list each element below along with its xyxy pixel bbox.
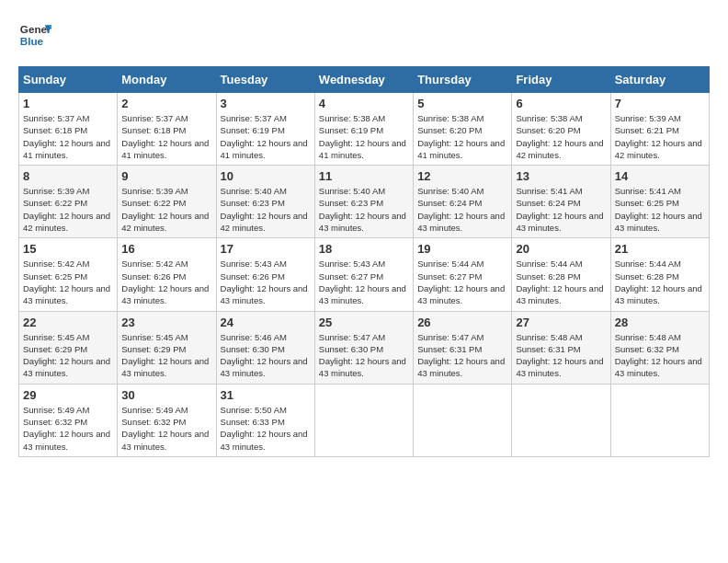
calendar-table: SundayMondayTuesdayWednesdayThursdayFrid… [18,66,710,457]
day-number: 16 [121,242,211,256]
day-info: Sunrise: 5:48 AM Sunset: 6:31 PM Dayligh… [516,331,606,380]
calendar-cell [512,384,610,456]
day-info: Sunrise: 5:38 AM Sunset: 6:19 PM Dayligh… [319,112,409,161]
day-number: 5 [417,97,507,110]
day-info: Sunrise: 5:45 AM Sunset: 6:29 PM Dayligh… [23,331,113,380]
calendar-cell: 10 Sunrise: 5:40 AM Sunset: 6:23 PM Dayl… [216,166,314,238]
calendar-week-3: 15 Sunrise: 5:42 AM Sunset: 6:25 PM Dayl… [19,238,710,311]
calendar-cell: 31 Sunrise: 5:50 AM Sunset: 6:33 PM Dayl… [216,384,314,456]
svg-text:Blue: Blue [20,35,44,47]
calendar-cell: 11 Sunrise: 5:40 AM Sunset: 6:23 PM Dayl… [314,166,413,238]
day-number: 9 [121,169,211,183]
day-number: 29 [23,388,113,402]
logo-icon: General Blue [18,18,51,52]
logo: General Blue [18,18,51,52]
calendar-cell: 9 Sunrise: 5:39 AM Sunset: 6:22 PM Dayli… [118,166,216,238]
day-number: 21 [615,242,705,256]
calendar-cell: 14 Sunrise: 5:41 AM Sunset: 6:25 PM Dayl… [610,166,709,238]
day-info: Sunrise: 5:41 AM Sunset: 6:25 PM Dayligh… [615,185,705,234]
calendar-cell: 3 Sunrise: 5:37 AM Sunset: 6:19 PM Dayli… [216,93,314,166]
calendar-cell: 18 Sunrise: 5:43 AM Sunset: 6:27 PM Dayl… [314,238,413,311]
calendar-cell: 20 Sunrise: 5:44 AM Sunset: 6:28 PM Dayl… [512,238,610,311]
calendar-cell: 8 Sunrise: 5:39 AM Sunset: 6:22 PM Dayli… [19,166,118,238]
day-number: 27 [516,316,606,329]
calendar-cell: 22 Sunrise: 5:45 AM Sunset: 6:29 PM Dayl… [19,311,118,384]
calendar-cell: 21 Sunrise: 5:44 AM Sunset: 6:28 PM Dayl… [610,238,709,311]
calendar-cell: 4 Sunrise: 5:38 AM Sunset: 6:19 PM Dayli… [314,93,413,166]
calendar-cell: 13 Sunrise: 5:41 AM Sunset: 6:24 PM Dayl… [512,166,610,238]
calendar-cell: 25 Sunrise: 5:47 AM Sunset: 6:30 PM Dayl… [314,311,413,384]
day-info: Sunrise: 5:45 AM Sunset: 6:29 PM Dayligh… [121,331,211,380]
day-info: Sunrise: 5:41 AM Sunset: 6:24 PM Dayligh… [516,185,606,234]
weekday-header-saturday: Saturday [610,67,709,93]
day-info: Sunrise: 5:39 AM Sunset: 6:21 PM Dayligh… [615,112,705,161]
calendar-cell: 6 Sunrise: 5:38 AM Sunset: 6:20 PM Dayli… [512,93,610,166]
day-number: 30 [121,388,211,402]
day-number: 4 [319,97,409,110]
calendar-cell: 26 Sunrise: 5:47 AM Sunset: 6:31 PM Dayl… [414,311,512,384]
day-number: 15 [23,242,113,256]
calendar-week-5: 29 Sunrise: 5:49 AM Sunset: 6:32 PM Dayl… [19,384,710,456]
calendar-week-1: 1 Sunrise: 5:37 AM Sunset: 6:18 PM Dayli… [19,93,710,166]
day-info: Sunrise: 5:44 AM Sunset: 6:27 PM Dayligh… [417,258,507,306]
day-number: 8 [23,169,113,183]
weekday-header-monday: Monday [118,67,216,93]
day-number: 12 [417,169,507,183]
day-number: 22 [23,316,113,329]
day-info: Sunrise: 5:40 AM Sunset: 6:23 PM Dayligh… [319,185,409,234]
day-info: Sunrise: 5:37 AM Sunset: 6:19 PM Dayligh… [221,112,311,161]
day-number: 19 [417,242,507,256]
calendar-cell [314,384,413,456]
calendar-cell: 17 Sunrise: 5:43 AM Sunset: 6:26 PM Dayl… [216,238,314,311]
calendar-cell: 15 Sunrise: 5:42 AM Sunset: 6:25 PM Dayl… [19,238,118,311]
day-info: Sunrise: 5:40 AM Sunset: 6:24 PM Dayligh… [417,185,507,234]
day-number: 11 [319,169,409,183]
day-info: Sunrise: 5:37 AM Sunset: 6:18 PM Dayligh… [121,112,211,161]
calendar-cell: 29 Sunrise: 5:49 AM Sunset: 6:32 PM Dayl… [19,384,118,456]
day-info: Sunrise: 5:43 AM Sunset: 6:27 PM Dayligh… [319,258,409,306]
day-number: 10 [221,169,311,183]
day-number: 14 [615,169,705,183]
day-number: 13 [516,169,606,183]
calendar-cell: 12 Sunrise: 5:40 AM Sunset: 6:24 PM Dayl… [414,166,512,238]
day-number: 18 [319,242,409,256]
day-info: Sunrise: 5:47 AM Sunset: 6:30 PM Dayligh… [319,331,409,380]
calendar-cell: 7 Sunrise: 5:39 AM Sunset: 6:21 PM Dayli… [610,93,709,166]
day-info: Sunrise: 5:37 AM Sunset: 6:18 PM Dayligh… [23,112,113,161]
day-info: Sunrise: 5:48 AM Sunset: 6:32 PM Dayligh… [615,331,705,380]
day-info: Sunrise: 5:39 AM Sunset: 6:22 PM Dayligh… [121,185,211,234]
day-info: Sunrise: 5:42 AM Sunset: 6:25 PM Dayligh… [23,258,113,306]
day-number: 25 [319,316,409,329]
calendar-week-2: 8 Sunrise: 5:39 AM Sunset: 6:22 PM Dayli… [19,166,710,238]
day-info: Sunrise: 5:38 AM Sunset: 6:20 PM Dayligh… [516,112,606,161]
day-number: 7 [615,97,705,110]
calendar-cell: 28 Sunrise: 5:48 AM Sunset: 6:32 PM Dayl… [610,311,709,384]
calendar-cell: 5 Sunrise: 5:38 AM Sunset: 6:20 PM Dayli… [414,93,512,166]
calendar-cell: 27 Sunrise: 5:48 AM Sunset: 6:31 PM Dayl… [512,311,610,384]
day-info: Sunrise: 5:44 AM Sunset: 6:28 PM Dayligh… [516,258,606,306]
calendar-cell: 16 Sunrise: 5:42 AM Sunset: 6:26 PM Dayl… [118,238,216,311]
day-number: 31 [221,388,311,402]
day-info: Sunrise: 5:44 AM Sunset: 6:28 PM Dayligh… [615,258,705,306]
day-info: Sunrise: 5:38 AM Sunset: 6:20 PM Dayligh… [417,112,507,161]
calendar-cell: 24 Sunrise: 5:46 AM Sunset: 6:30 PM Dayl… [216,311,314,384]
day-number: 1 [23,97,113,110]
calendar-cell: 30 Sunrise: 5:49 AM Sunset: 6:32 PM Dayl… [118,384,216,456]
calendar-cell [414,384,512,456]
weekday-header-row: SundayMondayTuesdayWednesdayThursdayFrid… [19,67,710,93]
day-info: Sunrise: 5:39 AM Sunset: 6:22 PM Dayligh… [23,185,113,234]
day-number: 23 [121,316,211,329]
weekday-header-sunday: Sunday [19,67,118,93]
day-number: 3 [221,97,311,110]
weekday-header-wednesday: Wednesday [314,67,413,93]
day-info: Sunrise: 5:43 AM Sunset: 6:26 PM Dayligh… [221,258,311,306]
day-info: Sunrise: 5:49 AM Sunset: 6:32 PM Dayligh… [23,404,113,453]
calendar-cell: 1 Sunrise: 5:37 AM Sunset: 6:18 PM Dayli… [19,93,118,166]
calendar-cell: 19 Sunrise: 5:44 AM Sunset: 6:27 PM Dayl… [414,238,512,311]
weekday-header-tuesday: Tuesday [216,67,314,93]
day-info: Sunrise: 5:49 AM Sunset: 6:32 PM Dayligh… [121,404,211,453]
day-number: 24 [221,316,311,329]
page-header: General Blue [18,18,710,52]
day-info: Sunrise: 5:46 AM Sunset: 6:30 PM Dayligh… [221,331,311,380]
weekday-header-friday: Friday [512,67,610,93]
